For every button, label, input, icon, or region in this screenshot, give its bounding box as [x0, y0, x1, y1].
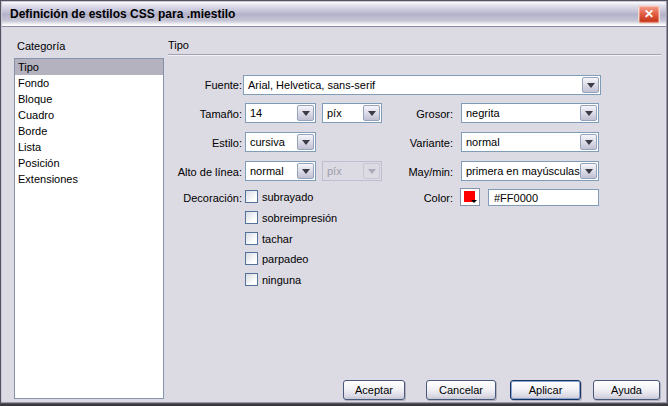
cancel-button[interactable]: Cancelar	[426, 380, 496, 400]
chevron-down-icon	[585, 140, 593, 145]
size-dropdown-button[interactable]	[297, 105, 314, 121]
overline-checkbox[interactable]	[245, 211, 258, 224]
style-value: cursiva	[250, 136, 285, 148]
chevron-down-icon	[302, 169, 310, 174]
size-label: Tamaño:	[130, 108, 242, 120]
underline-checkbox[interactable]	[245, 190, 258, 203]
style-label: Estilo:	[130, 137, 242, 149]
category-item-tipo[interactable]: Tipo	[15, 59, 163, 75]
variant-label: Variante:	[341, 137, 453, 149]
line-height-value: normal	[250, 165, 284, 177]
color-swatch-button[interactable]	[460, 188, 480, 206]
size-unit-value: píx	[327, 107, 342, 119]
blink-checkbox[interactable]	[245, 252, 258, 265]
accept-button[interactable]: Aceptar	[343, 380, 405, 400]
line-height-unit-value: píx	[327, 165, 342, 177]
overline-checkbox-label: sobreimpresión	[262, 212, 337, 224]
weight-dropdown-button[interactable]	[580, 105, 597, 121]
font-combobox[interactable]: Arial, Helvetica, sans-serif	[243, 75, 601, 95]
variant-dropdown-button[interactable]	[580, 134, 597, 150]
chevron-down-icon	[587, 83, 595, 88]
window-title: Definición de estilos CSS para .miestilo	[10, 7, 235, 21]
none-checkbox[interactable]	[245, 273, 258, 286]
variant-value: normal	[466, 136, 500, 148]
category-item-bloque[interactable]: Bloque	[15, 91, 163, 107]
category-label: Categoría	[17, 40, 65, 52]
css-style-definition-dialog: Definición de estilos CSS para .miestilo…	[0, 0, 668, 404]
font-value: Arial, Helvetica, sans-serif	[248, 79, 375, 91]
titlebar[interactable]: Definición de estilos CSS para .miestilo…	[2, 2, 666, 27]
size-combobox[interactable]: 14	[245, 103, 316, 123]
case-combobox[interactable]: primera en mayúsculas	[461, 161, 599, 181]
chevron-down-icon	[585, 169, 593, 174]
case-label: May/min:	[341, 166, 453, 178]
weight-value: negrita	[466, 107, 500, 119]
style-dropdown-button[interactable]	[297, 134, 314, 150]
style-combobox[interactable]: cursiva	[245, 132, 316, 152]
blink-checkbox-label: parpadeo	[262, 253, 309, 265]
none-checkbox-label: ninguna	[262, 274, 301, 286]
chevron-down-icon	[302, 111, 310, 116]
line-height-combobox[interactable]: normal	[245, 161, 316, 181]
line-height-dropdown-button[interactable]	[297, 163, 314, 179]
help-button[interactable]: Ayuda	[593, 380, 660, 400]
font-dropdown-button[interactable]	[582, 77, 599, 93]
panel-title: Tipo	[168, 39, 189, 51]
size-value: 14	[250, 107, 262, 119]
group-divider	[168, 54, 661, 55]
case-dropdown-button[interactable]	[580, 163, 597, 179]
weight-label: Grosor:	[341, 108, 453, 120]
underline-checkbox-label: subrayado	[262, 191, 313, 203]
color-label: Color:	[341, 192, 453, 204]
chevron-down-icon	[585, 111, 593, 116]
apply-button[interactable]: Aplicar	[510, 380, 581, 400]
line-through-checkbox-label: tachar	[262, 233, 293, 245]
weight-combobox[interactable]: negrita	[461, 103, 599, 123]
variant-combobox[interactable]: normal	[461, 132, 599, 152]
line-through-checkbox[interactable]	[245, 232, 258, 245]
case-value: primera en mayúsculas	[466, 165, 580, 177]
color-hex-input[interactable]	[488, 189, 599, 206]
line-height-label: Alto de línea:	[130, 166, 242, 178]
font-label: Fuente:	[130, 79, 242, 91]
decoration-label: Decoración:	[130, 192, 242, 204]
close-icon[interactable]: ✕	[638, 5, 660, 24]
chevron-down-icon	[302, 140, 310, 145]
chevron-down-icon	[471, 200, 477, 203]
